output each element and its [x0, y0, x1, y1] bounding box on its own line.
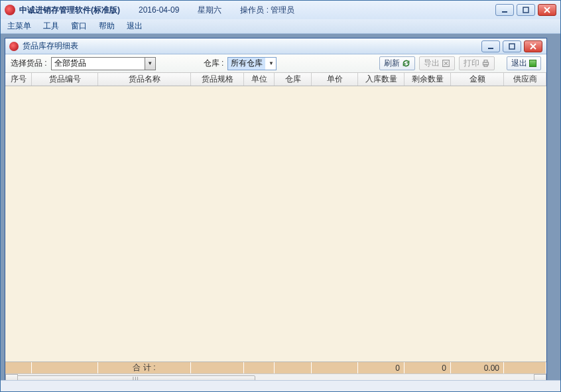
menu-tools[interactable]: 工具 [43, 21, 59, 32]
print-icon [481, 59, 490, 68]
totals-remain: 0 [405, 362, 451, 373]
product-combo[interactable]: ▼ [51, 57, 156, 70]
grid-hscrollbar[interactable]: ||| [5, 373, 546, 380]
col-remain[interactable]: 剩余数量 [405, 73, 451, 86]
chevron-down-icon[interactable]: ▼ [265, 58, 276, 70]
svg-rect-12 [484, 60, 487, 62]
svg-rect-1 [523, 7, 529, 13]
mdi-client: 货品库存明细表 选择货品 : ▼ 仓库 : ▼ [1, 34, 560, 380]
refresh-button[interactable]: 刷新 [379, 56, 415, 70]
menu-help[interactable]: 帮助 [99, 21, 115, 32]
totals-code [32, 362, 98, 373]
export-icon [442, 59, 450, 68]
totals-inqty: 0 [358, 362, 405, 373]
export-button[interactable]: 导出 [419, 56, 455, 70]
titlebar-date: 2016-04-09 [139, 5, 179, 15]
mdi-hscrollbar[interactable] [1, 380, 560, 391]
col-inqty[interactable]: 入库数量 [358, 73, 405, 86]
child-titlebar[interactable]: 货品库存明细表 [5, 38, 546, 54]
menu-window[interactable]: 窗口 [71, 21, 87, 32]
svg-rect-13 [484, 64, 487, 66]
toolbar: 选择货品 : ▼ 仓库 : ▼ 刷新 导出 [5, 54, 546, 73]
child-icon [9, 42, 19, 51]
totals-seq [5, 362, 32, 373]
select-product-label: 选择货品 : [11, 58, 47, 69]
scroll-thumb[interactable]: ||| [17, 375, 255, 381]
totals-label: 合 计 : [98, 362, 191, 373]
print-button[interactable]: 打印 [459, 56, 495, 70]
inventory-detail-window: 货品库存明细表 选择货品 : ▼ 仓库 : ▼ [5, 38, 547, 380]
child-minimize-button[interactable] [481, 40, 500, 52]
totals-amount: 0.00 [451, 362, 504, 373]
col-warehouse[interactable]: 仓库 [275, 73, 312, 86]
menu-exit[interactable]: 退出 [127, 21, 143, 32]
child-close-button[interactable] [524, 40, 542, 52]
col-amount[interactable]: 金额 [451, 73, 504, 86]
totals-row: 合 计 : 0 0 0.00 [5, 361, 546, 373]
col-name[interactable]: 货品名称 [98, 73, 191, 86]
product-combo-input[interactable] [52, 58, 145, 70]
main-close-button[interactable] [538, 4, 556, 16]
main-menubar: 主菜单 工具 窗口 帮助 退出 [1, 19, 560, 34]
menu-main[interactable]: 主菜单 [7, 21, 31, 32]
warehouse-label: 仓库 : [204, 58, 224, 69]
main-titlebar[interactable]: 中诚进销存管理软件(标准版) 2016-04-09 星期六 操作员 : 管理员 [1, 1, 560, 19]
warehouse-combo-input[interactable] [228, 58, 265, 70]
grid-header: 序号 货品编号 货品名称 货品规格 单位 仓库 单价 入库数量 剩余数量 金额 … [5, 73, 546, 86]
child-maximize-button[interactable] [503, 40, 521, 52]
col-seq[interactable]: 序号 [5, 73, 32, 86]
refresh-icon [402, 59, 410, 68]
warehouse-combo[interactable]: ▼ [227, 57, 277, 70]
main-maximize-button[interactable] [517, 4, 535, 16]
exit-button[interactable]: 退出 [507, 56, 541, 70]
col-unit[interactable]: 单位 [244, 73, 275, 86]
child-title: 货品库存明细表 [23, 40, 78, 52]
col-supplier[interactable]: 供应商 [504, 73, 546, 86]
col-code[interactable]: 货品编号 [32, 73, 98, 86]
titlebar-operator: 操作员 : 管理员 [240, 5, 294, 16]
app-icon [5, 5, 15, 15]
grid-body[interactable] [5, 86, 546, 361]
main-minimize-button[interactable] [495, 4, 514, 16]
col-price[interactable]: 单价 [312, 73, 358, 86]
chevron-down-icon[interactable]: ▼ [145, 58, 155, 70]
app-title: 中诚进销存管理软件(标准版) [19, 5, 120, 16]
col-spec[interactable]: 货品规格 [191, 73, 244, 86]
titlebar-weekday: 星期六 [198, 5, 221, 16]
exit-icon [529, 60, 536, 67]
main-window: 中诚进销存管理软件(标准版) 2016-04-09 星期六 操作员 : 管理员 … [1, 1, 560, 391]
svg-rect-5 [509, 44, 515, 49]
